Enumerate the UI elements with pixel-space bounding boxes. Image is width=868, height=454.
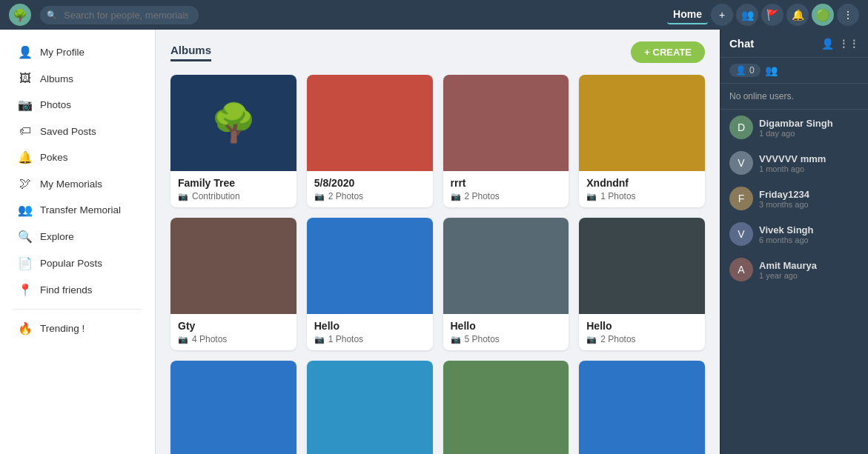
create-button[interactable]: + CREATE [631, 41, 705, 63]
content-area: Albums + CREATE 🌳 Family Tree 📷 Contribu… [156, 30, 720, 454]
album-card-bottom-4[interactable] [579, 361, 705, 454]
sidebar-label-photos: Photos [40, 99, 71, 110]
album-meta-xndndnf: 📷 1 Photos [586, 191, 698, 201]
sidebar-item-find-friends[interactable]: 📍 Find friends [4, 277, 150, 303]
chat-avatar-0: D [729, 116, 753, 139]
chat-user-2[interactable]: F Friday1234 3 months ago [720, 181, 868, 216]
sidebar-trending-label: Trending ! [40, 323, 85, 334]
topnav-nav: Home + 👥 🚩 🔔 🟢 ⋮ [667, 4, 859, 26]
sidebar-item-saved-posts[interactable]: 🏷 Saved Posts [4, 118, 150, 144]
sidebar-label-pokes: Pokes [40, 152, 68, 163]
main-layout: 👤 My Profile 🖼 Albums 📷 Photos 🏷 Saved P… [0, 30, 868, 454]
chat-info-4: Amit Maurya 1 year ago [759, 260, 859, 280]
chat-add-icon[interactable]: 👤 [821, 38, 834, 50]
more-options-icon[interactable]: ⋮ [837, 4, 859, 26]
album-image-xndndnf [579, 75, 705, 171]
album-title-rrrt: rrrt [451, 177, 562, 189]
sidebar-item-popular-posts[interactable]: 📄 Popular Posts [4, 250, 150, 276]
chat-time-1: 1 month ago [759, 164, 859, 173]
sidebar-item-photos[interactable]: 📷 Photos [4, 92, 150, 118]
album-title-family-tree: Family Tree [178, 177, 289, 189]
album-image-bottom-2 [307, 361, 433, 454]
album-card-xndndnf[interactable]: Xndndnf 📷 1 Photos [579, 75, 705, 207]
chat-list: D Digambar Singh 1 day ago V VVVVVV mmm … [720, 110, 868, 454]
chat-info-3: Vivek Singh 6 months ago [759, 224, 859, 244]
chat-header: Chat 👤 ⋮⋮ [720, 30, 868, 58]
albums-tab[interactable]: Albums [170, 44, 211, 61]
album-title-5-8-2020: 5/8/2020 [314, 177, 425, 189]
friends-icon[interactable]: 👥 [736, 4, 758, 26]
chat-info-0: Digambar Singh 1 day ago [759, 118, 859, 138]
chat-info-2: Friday1234 3 months ago [759, 189, 859, 209]
add-button[interactable]: + [711, 4, 733, 26]
chat-options-icon[interactable]: ⋮⋮ [838, 38, 859, 50]
chat-panel: Chat 👤 ⋮⋮ 👤 0 👥 No online users. D Digam… [720, 30, 868, 454]
sidebar-item-pokes[interactable]: 🔔 Pokes [4, 144, 150, 170]
search-input[interactable] [40, 6, 199, 24]
sidebar-label-albums: Albums [40, 73, 73, 84]
chat-avatar-3: V [729, 222, 753, 246]
nav-home[interactable]: Home [667, 5, 708, 24]
album-card-bottom-2[interactable] [307, 361, 433, 454]
album-photo-icon-hello-1: 📷 [314, 335, 325, 344]
online-count-badge: 👤 0 [729, 64, 761, 77]
album-card-gty[interactable]: Gty 📷 4 Photos [170, 218, 296, 350]
sidebar-label-explore: Explore [40, 231, 74, 242]
album-photo-icon-hello-3: 📷 [586, 335, 597, 344]
album-card-family-tree[interactable]: 🌳 Family Tree 📷 Contribution [170, 75, 296, 207]
my-memorials-icon: 🕊 [18, 177, 33, 190]
album-photo-icon-hello-2: 📷 [451, 335, 461, 344]
chat-name-0: Digambar Singh [759, 118, 859, 129]
album-image-family-tree: 🌳 [170, 75, 296, 171]
sidebar-label-my-memorials: My Memorials [40, 178, 102, 190]
album-card-hello-1[interactable]: Hello 📷 1 Photos [307, 218, 433, 350]
sidebar-item-trending[interactable]: 🔥 Trending ! [4, 316, 150, 341]
sidebar-item-explore[interactable]: 🔍 Explore [4, 224, 150, 250]
saved-posts-icon: 🏷 [18, 124, 33, 138]
sidebar-item-my-profile[interactable]: 👤 My Profile [4, 39, 150, 65]
chat-user-1[interactable]: V VVVVVV mmm 1 month ago [720, 145, 868, 181]
sidebar-divider [13, 309, 142, 310]
album-image-5-8-2020 [307, 75, 433, 171]
album-card-rrrt[interactable]: rrrt 📷 2 Photos [443, 75, 569, 207]
logo-icon[interactable]: 🌳 [9, 4, 31, 26]
chat-name-4: Amit Maurya [759, 260, 859, 271]
sidebar-label-my-profile: My Profile [40, 47, 85, 58]
user-avatar[interactable]: 🟢 [812, 4, 834, 26]
album-card-hello-3[interactable]: Hello 📷 2 Photos [579, 218, 705, 350]
album-photo-icon-xndndnf: 📷 [586, 192, 597, 201]
album-meta-hello-1: 📷 1 Photos [314, 334, 425, 344]
sidebar-label-popular-posts: Popular Posts [40, 258, 102, 269]
album-image-bottom-4 [579, 361, 705, 454]
pokes-icon: 🔔 [18, 150, 33, 164]
chat-time-0: 1 day ago [759, 129, 859, 138]
album-card-hello-2[interactable]: Hello 📷 5 Photos [443, 218, 569, 350]
album-card-5-8-2020[interactable]: 5/8/2020 📷 2 Photos [307, 75, 433, 207]
album-title-hello-2: Hello [451, 320, 562, 332]
popular-posts-icon: 📄 [18, 256, 33, 270]
album-card-bottom-1[interactable] [170, 361, 296, 454]
album-meta-5-8-2020: 📷 2 Photos [314, 191, 425, 201]
album-meta-rrrt: 📷 2 Photos [451, 191, 562, 201]
add-friend-icon[interactable]: 👥 [765, 64, 778, 76]
album-image-hello-2 [443, 218, 569, 314]
album-title-hello-3: Hello [586, 320, 698, 332]
sidebar-item-albums[interactable]: 🖼 Albums [4, 66, 150, 91]
chat-avatar-4: A [729, 258, 753, 281]
chat-user-4[interactable]: A Amit Maurya 1 year ago [720, 252, 868, 287]
album-card-bottom-3[interactable] [443, 361, 569, 454]
album-image-bottom-3 [443, 361, 569, 454]
my-profile-icon: 👤 [18, 45, 33, 59]
sidebar-item-my-memorials[interactable]: 🕊 My Memorials [4, 171, 150, 196]
messages-icon[interactable]: 🚩 [761, 4, 783, 26]
album-count-gty: 4 Photos [192, 334, 227, 344]
album-title-gty: Gty [178, 320, 289, 332]
album-count-xndndnf: 1 Photos [600, 191, 635, 201]
chat-user-0[interactable]: D Digambar Singh 1 day ago [720, 110, 868, 145]
sidebar-label-find-friends: Find friends [40, 284, 93, 296]
album-photo-icon-family-tree: 📷 [178, 192, 188, 201]
notifications-icon[interactable]: 🔔 [786, 4, 809, 26]
album-image-hello-3 [579, 218, 705, 314]
sidebar-item-transfer-memorial[interactable]: 👥 Transfer Memorial [4, 197, 150, 223]
chat-user-3[interactable]: V Vivek Singh 6 months ago [720, 216, 868, 252]
